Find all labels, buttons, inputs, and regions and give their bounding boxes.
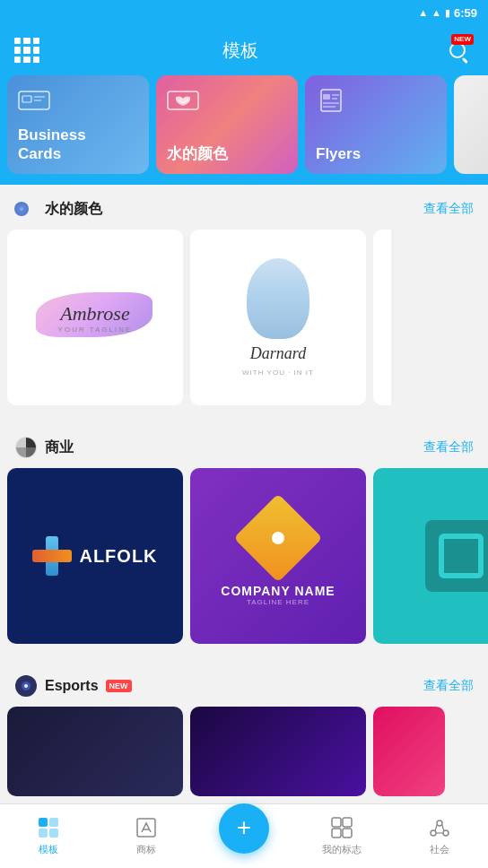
category-label-invitations: 水的颜色 [167, 145, 287, 163]
svg-rect-5 [321, 90, 341, 111]
svg-rect-1 [22, 96, 31, 102]
darnard-sub: WITH YOU · IN IT [242, 369, 314, 377]
card-company[interactable]: COMPANY NAME TAGLINE HERE [190, 468, 366, 644]
category-card-invitations[interactable]: 水的颜色 [156, 75, 298, 174]
card-ambrose-inner: Ambrose YOUR TAGLINE [7, 230, 183, 405]
esports-card-2[interactable] [190, 707, 366, 796]
section-more-business[interactable]: 查看全部 [423, 439, 474, 456]
section-header-business: 商业 查看全部 [0, 423, 488, 468]
card-grid-watercolor: Ambrose YOUR TAGLINE Darnard WITH YOU · … [0, 230, 488, 416]
section-business: 商业 查看全部 ALFOLK [0, 423, 488, 655]
section-header-esports: Esports NEW 查看全部 [0, 662, 488, 707]
card-teal[interactable] [373, 468, 488, 644]
esports-card-1[interactable] [7, 707, 183, 796]
new-badge: NEW [451, 34, 474, 45]
darnard-shape [247, 258, 309, 339]
teal-shape [425, 520, 488, 592]
company-inner: COMPANY NAME TAGLINE HERE [221, 507, 335, 606]
nav-label-mylogo: 我的标志 [322, 843, 362, 856]
nav-label-logo: 商标 [136, 843, 156, 856]
alfolk-icon [32, 536, 72, 576]
svg-point-28 [437, 820, 442, 826]
esports-card-3[interactable] [373, 707, 445, 796]
svg-rect-24 [332, 818, 341, 827]
svg-rect-26 [332, 829, 341, 838]
wifi-icon: ▲ [418, 7, 428, 18]
category-scroll: BusinessCards 水的颜色 [0, 75, 488, 185]
section-title-esports: Esports [45, 678, 99, 694]
battery-icon: ▮ [445, 7, 450, 19]
section-more-esports[interactable]: 查看全部 [423, 678, 474, 694]
company-dot [269, 529, 287, 547]
section-more-watercolor[interactable]: 查看全部 [423, 201, 474, 217]
teal-inner-shape [439, 534, 484, 578]
svg-rect-18 [39, 818, 48, 827]
ambrose-tagline: YOUR TAGLINE [58, 326, 133, 334]
page-title: 模板 [222, 39, 258, 63]
signal-icon: ▲ [431, 7, 441, 18]
nav-item-logo[interactable]: 商标 [98, 804, 196, 868]
category-label-flyers: Flyers [316, 145, 436, 163]
section-title-group-business: 商业 [14, 436, 74, 459]
mylogo-nav-icon [330, 816, 353, 839]
card-alfolk[interactable]: ALFOLK [7, 468, 183, 644]
card-ambrose[interactable]: Ambrose YOUR TAGLINE [7, 230, 183, 405]
svg-rect-19 [49, 818, 58, 827]
status-time: 6:59 [454, 6, 477, 20]
category-label-business: BusinessCards [18, 126, 138, 163]
nav-item-templates[interactable]: 模板 [0, 804, 98, 868]
category-card-business[interactable]: BusinessCards [7, 75, 149, 174]
ambrose-name: Ambrose [58, 302, 133, 326]
svg-rect-21 [49, 829, 58, 838]
card-partial-right [373, 230, 391, 405]
category-card-partial[interactable] [454, 75, 488, 174]
svg-rect-27 [343, 829, 352, 838]
nav-item-mylogo[interactable]: 我的标志 [292, 804, 390, 868]
company-diamond [233, 493, 322, 582]
card-darnard[interactable]: Darnard WITH YOU · IN IT [190, 230, 366, 405]
section-header-watercolor: 水的颜色 查看全部 [0, 185, 488, 230]
company-tagline: TAGLINE HERE [221, 598, 335, 606]
section-title-business: 商业 [45, 438, 74, 457]
status-icons: ▲ ▲ ▮ 6:59 [418, 6, 477, 20]
fab-plus-icon: + [237, 815, 251, 840]
watercolor-icon [14, 197, 38, 221]
section-title-group-watercolor: 水的颜色 [14, 197, 102, 221]
svg-point-17 [24, 684, 28, 688]
svg-line-31 [435, 825, 437, 831]
esports-icon [14, 674, 38, 698]
alfolk-label: ALFOLK [79, 546, 157, 567]
business-card-icon [18, 88, 50, 117]
category-card-flyers[interactable]: Flyers [305, 75, 447, 174]
search-icon [449, 42, 466, 58]
svg-point-13 [20, 207, 23, 211]
section-esports: Esports NEW 查看全部 [0, 662, 488, 807]
new-badge-esports: NEW [106, 680, 132, 692]
nav-label-templates: 模板 [39, 843, 58, 856]
template-nav-icon [37, 816, 60, 839]
darnard-name: Darnard [250, 344, 306, 363]
search-button[interactable]: NEW [441, 34, 474, 66]
svg-rect-22 [137, 819, 155, 837]
status-bar: ▲ ▲ ▮ 6:59 [0, 0, 488, 25]
svg-rect-25 [343, 818, 352, 827]
card-grid-business: ALFOLK COMPANY NAME TAGLINE HERE [0, 468, 488, 655]
ambrose-text: Ambrose YOUR TAGLINE [58, 302, 133, 334]
nav-label-social: 社会 [430, 843, 449, 856]
flyers-icon [316, 88, 348, 117]
invitations-icon [167, 88, 199, 117]
social-nav-icon [428, 816, 451, 839]
fab-button[interactable]: + [219, 803, 269, 854]
grid-menu-icon[interactable] [14, 38, 39, 63]
section-title-watercolor: 水的颜色 [45, 200, 102, 219]
alfolk-inner: ALFOLK [32, 536, 157, 576]
company-name: COMPANY NAME [221, 584, 335, 598]
main-content: BusinessCards 水的颜色 [0, 75, 488, 868]
section-watercolor: 水的颜色 查看全部 Ambrose YOUR TAGLINE Darnard W [0, 185, 488, 416]
business-icon [14, 436, 38, 459]
nav-item-social[interactable]: 社会 [390, 804, 488, 868]
logo-nav-icon [135, 816, 158, 839]
svg-line-32 [442, 825, 444, 831]
svg-rect-20 [39, 829, 48, 838]
section-title-group-esports: Esports NEW [14, 674, 132, 698]
